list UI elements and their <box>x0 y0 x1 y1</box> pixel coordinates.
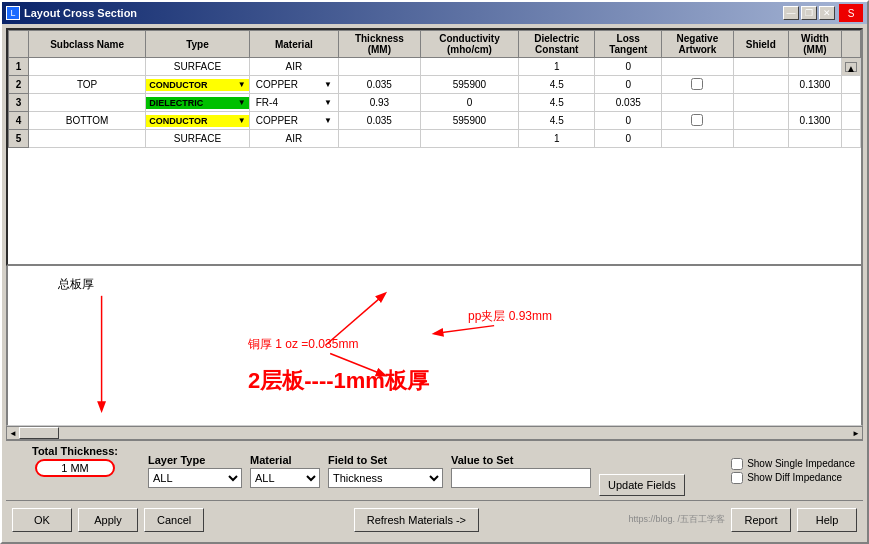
layer-type-label: Layer Type <box>148 454 242 466</box>
shield-cell <box>733 76 788 94</box>
cancel-button[interactable]: Cancel <box>144 508 204 532</box>
total-thickness-group: Total Thickness: 1 MM <box>10 445 140 496</box>
row-number: 2 <box>9 76 29 94</box>
conductivity-cell <box>420 130 518 148</box>
minimize-button[interactable]: — <box>783 6 799 20</box>
scroll-placeholder <box>842 130 861 148</box>
width-cell <box>788 130 841 148</box>
ok-button[interactable]: OK <box>12 508 72 532</box>
negative-artwork-checkbox[interactable] <box>691 78 703 90</box>
left-annotation: 总板厚 <box>58 276 94 293</box>
loss-cell: 0 <box>595 112 662 130</box>
conductivity-cell: 595900 <box>420 112 518 130</box>
material-dropdown-arrow[interactable]: ▼ <box>324 98 332 107</box>
scroll-up-arrow[interactable]: ▲ <box>845 62 857 72</box>
negative-artwork-cell[interactable] <box>662 58 734 76</box>
type-cell[interactable]: DIELECTRIC ▼ <box>146 94 250 112</box>
col-scroll <box>842 31 861 58</box>
type-cell: SURFACE <box>146 58 250 76</box>
type-cell[interactable]: CONDUCTOR ▼ <box>146 112 250 130</box>
table-row[interactable]: 4BOTTOM CONDUCTOR ▼ COPPER ▼ 0.035595900… <box>9 112 861 130</box>
row-number: 5 <box>9 130 29 148</box>
type-dropdown-arrow[interactable]: ▼ <box>238 116 246 125</box>
thickness-cell[interactable] <box>338 130 420 148</box>
negative-artwork-checkbox[interactable] <box>691 114 703 126</box>
table-row[interactable]: 1SURFACEAIR10▲ <box>9 58 861 76</box>
thickness-cell[interactable]: 0.93 <box>338 94 420 112</box>
table-row[interactable]: 5SURFACEAIR10 <box>9 130 861 148</box>
material-cell: COPPER ▼ <box>249 112 338 130</box>
field-to-set-select[interactable]: Thickness Conductivity Dielectric Consta… <box>328 468 443 488</box>
subclass-name-cell <box>29 130 146 148</box>
loss-cell: 0 <box>595 130 662 148</box>
width-cell: 0.1300 <box>788 112 841 130</box>
negative-artwork-cell[interactable] <box>662 112 734 130</box>
thickness-cell[interactable]: 0.035 <box>338 112 420 130</box>
material-label: COPPER <box>256 115 298 126</box>
scroll-right-button[interactable]: ► <box>850 429 862 438</box>
impedance-panel: Show Single Impedance Show Diff Impedanc… <box>731 445 859 496</box>
shield-cell <box>733 58 788 76</box>
negative-artwork-cell[interactable] <box>662 130 734 148</box>
show-single-impedance-checkbox[interactable] <box>731 458 743 470</box>
annotation-area: 铜厚 1 oz =0.035mm pp夹层 0.93mm 2层板----1mm板… <box>6 266 863 426</box>
material-dropdown-arrow[interactable]: ▼ <box>324 80 332 89</box>
col-material: Material <box>249 31 338 58</box>
scroll-placeholder <box>842 76 861 94</box>
row-number: 1 <box>9 58 29 76</box>
material-label: COPPER <box>256 79 298 90</box>
material-cell: AIR <box>249 130 338 148</box>
thickness-cell[interactable] <box>338 58 420 76</box>
conductivity-cell: 0 <box>420 94 518 112</box>
bottom-buttons-row: OK Apply Cancel Refresh Materials -> htt… <box>6 500 863 538</box>
subclass-name-cell <box>29 58 146 76</box>
bottom-controls: Total Thickness: 1 MM Layer Type ALL CON… <box>6 440 863 500</box>
scrollbar-thumb[interactable] <box>19 427 59 439</box>
single-impedance-row: Show Single Impedance <box>731 458 855 470</box>
scroll-placeholder: ▲ <box>842 58 861 76</box>
apply-button[interactable]: Apply <box>78 508 138 532</box>
thickness-cell[interactable]: 0.035 <box>338 76 420 94</box>
dielectric-cell: 4.5 <box>519 94 595 112</box>
annotations-svg <box>8 266 861 425</box>
main-annotation: 2层板----1mm板厚 <box>248 366 429 396</box>
help-button[interactable]: Help <box>797 508 857 532</box>
update-fields-button[interactable]: Update Fields <box>599 474 685 496</box>
table-row[interactable]: 3 DIELECTRIC ▼ FR-4 ▼ 0.9304.50.035 <box>9 94 861 112</box>
close-button[interactable]: ✕ <box>819 6 835 20</box>
type-dropdown-arrow[interactable]: ▼ <box>238 80 246 89</box>
subclass-name-cell: TOP <box>29 76 146 94</box>
conductivity-cell: 595900 <box>420 76 518 94</box>
col-dielectric: DielectricConstant <box>519 31 595 58</box>
scroll-left-button[interactable]: ◄ <box>7 429 19 438</box>
col-subclass: Subclass Name <box>29 31 146 58</box>
shield-cell <box>733 94 788 112</box>
material-dropdown-arrow[interactable]: ▼ <box>324 116 332 125</box>
value-to-set-input[interactable] <box>451 468 591 488</box>
total-thickness-value: 1 MM <box>35 459 115 477</box>
title-bar: L Layout Cross Section — ❐ ✕ S <box>2 2 867 24</box>
type-cell[interactable]: CONDUCTOR ▼ <box>146 76 250 94</box>
material-select[interactable]: ALL COPPER FR-4 AIR <box>250 468 320 488</box>
col-loss: LossTangent <box>595 31 662 58</box>
pp-annotation: pp夹层 0.93mm <box>468 308 552 325</box>
cross-section-table-wrapper[interactable]: Subclass Name Type Material Thickness(MM… <box>6 28 863 266</box>
conductivity-cell <box>420 58 518 76</box>
type-dropdown-arrow[interactable]: ▼ <box>238 98 246 107</box>
report-button[interactable]: Report <box>731 508 791 532</box>
refresh-materials-button[interactable]: Refresh Materials -> <box>354 508 479 532</box>
negative-artwork-cell[interactable] <box>662 94 734 112</box>
value-to-set-label: Value to Set <box>451 454 591 466</box>
show-diff-impedance-checkbox[interactable] <box>731 472 743 484</box>
horizontal-scrollbar[interactable]: ◄ ► <box>6 426 863 440</box>
material-cell: COPPER ▼ <box>249 76 338 94</box>
layer-type-select[interactable]: ALL CONDUCTOR DIELECTRIC SURFACE <box>148 468 242 488</box>
type-label: DIELECTRIC <box>149 98 203 108</box>
table-row[interactable]: 2TOP CONDUCTOR ▼ COPPER ▼ 0.0355959004.5… <box>9 76 861 94</box>
restore-button[interactable]: ❐ <box>801 6 817 20</box>
material-label: Material <box>250 454 320 466</box>
type-label: CONDUCTOR <box>149 80 207 90</box>
negative-artwork-cell[interactable] <box>662 76 734 94</box>
total-thickness-label: Total Thickness: <box>32 445 118 457</box>
subclass-name-cell <box>29 94 146 112</box>
